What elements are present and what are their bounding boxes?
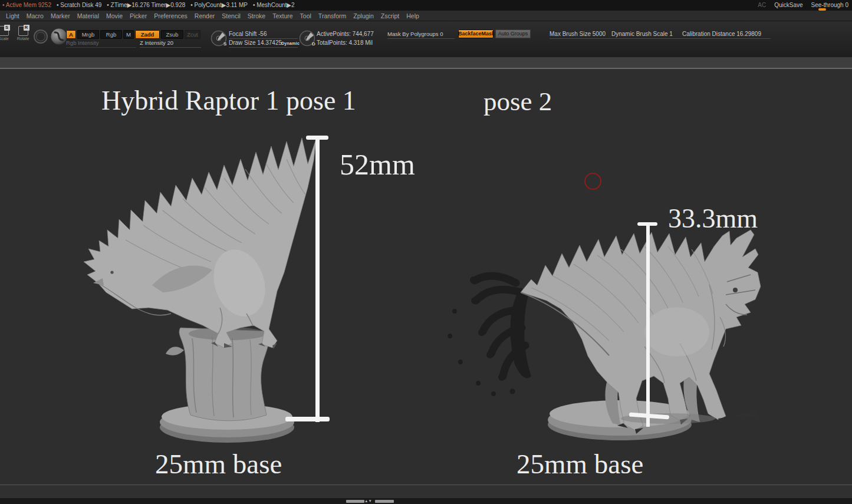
raptor-model-pose2 [432,229,764,443]
meshcount-stat: • MeshCount▶2 [253,0,295,11]
rotate-button[interactable]: R Rotate [13,26,33,41]
ztime-timer-stat: • ZTime▶16.276 Timer▶0.928 [107,0,185,11]
pose2-base-label: 25mm base [517,448,643,480]
bottom-scroll-bar [0,498,852,504]
stroke-type-icon[interactable]: S [210,29,230,49]
top-shelf-toolbar: S Scale R Rotate A Mrgb [0,21,852,58]
focal-shift-slider[interactable]: Focal Shift -56 [229,31,298,39]
pose2-measure-line [646,224,650,427]
pose1-measure-bottom-cap [285,417,330,421]
pose1-title: Hybrid Raptor 1 pose 1 [101,85,356,116]
pose2-title: pose 2 [483,86,552,117]
menu-material[interactable]: Material [74,11,103,21]
total-points-readout: TotalPoints: 4.318 Mil [317,39,373,46]
menu-macro[interactable]: Macro [23,11,47,21]
rotate-icon: R [18,26,28,36]
active-points-readout: ActivePoints: 744,677 [317,31,374,37]
brush-cursor-ring [584,173,601,190]
menu-zscript[interactable]: Zscript [377,11,403,21]
menu-tool[interactable]: Tool [297,11,315,21]
zcut-button[interactable]: Zcut [185,30,200,39]
pose2-height-label: 33.3mm [668,203,758,234]
pose1-measure-line [315,138,320,422]
scale-label: Scale [0,37,14,41]
menu-stencil[interactable]: Stencil [218,11,244,21]
title-bar: • Active Mem 9252 • Scratch Disk 49 • ZT… [0,0,852,11]
ac-toggle[interactable]: AC [758,0,766,11]
quicksave-button[interactable]: QuickSave [774,0,802,11]
scale-button[interactable]: S Scale [0,26,14,41]
menu-bar: Light Macro Marker Material Movie Picker… [0,11,852,21]
shelf-divider [0,57,852,69]
scale-icon: S [0,26,9,36]
active-mem-stat: • Active Mem 9252 [2,0,51,11]
menu-picker[interactable]: Picker [126,11,150,21]
z-intensity-slider[interactable]: Z Intensity 20 [140,39,201,48]
see-through-slider[interactable]: See-through 0 [811,0,848,11]
menu-marker[interactable]: Marker [47,11,74,21]
zsub-button[interactable]: Zsub [161,30,183,39]
menu-movie[interactable]: Movie [103,11,126,21]
mask-by-polygroups-slider[interactable]: Mask By Polygroups 0 [387,31,455,39]
zbrush-window: • Active Mem 9252 • Scratch Disk 49 • ZT… [0,0,852,504]
menu-texture[interactable]: Texture [269,11,296,21]
scale-icon-letter: S [4,25,10,31]
rgb-button[interactable]: Rgb [100,30,122,39]
draw-mode-icon[interactable]: D [298,29,318,49]
scratch-disk-stat: • Scratch Disk 49 [57,0,101,11]
menu-help[interactable]: Help [403,11,423,21]
mrgb-button[interactable]: Mrgb [77,30,99,39]
auto-groups-button[interactable]: Auto Groups [495,29,531,38]
svg-text:D: D [312,41,315,47]
zadd-button[interactable]: Zadd [135,30,160,39]
brush-preview-icon[interactable] [32,28,49,45]
raptor-model-pose1 [70,131,341,444]
scroll-arrows-icon[interactable]: ▲▼ [364,498,372,503]
color-swatch-button[interactable]: A [66,30,76,39]
menu-transform[interactable]: Transform [315,11,350,21]
pose1-height-label: 52mm [340,147,415,182]
menu-zplugin[interactable]: Zplugin [350,11,377,21]
canvas-hscroll-left[interactable] [346,500,364,503]
pose1-base-label: 25mm base [155,448,282,480]
rgb-intensity-slider[interactable]: Rgb Intensity [66,39,136,48]
menu-render[interactable]: Render [191,11,218,21]
calibration-distance-slider[interactable]: Calibration Distance 16.29809 [682,31,771,39]
svg-text:S: S [223,41,227,47]
backface-mask-button[interactable]: BackfaceMask [458,29,494,38]
polycount-stat: • PolyCount▶3.11 MP [190,0,248,11]
canvas-hscroll-right[interactable] [375,500,394,503]
menu-light[interactable]: Light [2,11,23,21]
menu-stroke[interactable]: Stroke [244,11,269,21]
memory-stats: • Active Mem 9252 • Scratch Disk 49 • ZT… [2,0,295,11]
canvas-bottom-strip [0,485,852,498]
m-button[interactable]: M [123,30,134,39]
rotate-icon-letter: R [24,25,29,31]
menu-preferences[interactable]: Preferences [150,11,191,21]
dynamic-mode-label[interactable]: Dynamic [281,41,300,45]
rotate-label: Rotate [13,37,33,41]
